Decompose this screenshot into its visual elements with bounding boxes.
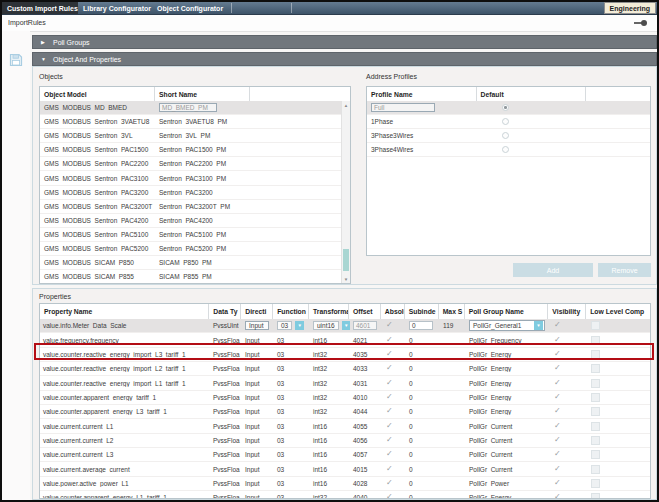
property-row[interactable]: value.counter.apparent_energy_L1_tariff_… — [40, 491, 650, 498]
visibility-checkbox[interactable] — [553, 436, 562, 445]
absolute-checkbox[interactable] — [385, 479, 394, 488]
default-radio[interactable] — [502, 146, 509, 153]
low-level-checkbox[interactable] — [591, 465, 600, 474]
scrollbar-thumb[interactable] — [343, 249, 349, 271]
subindex-cell[interactable]: 0 — [406, 423, 440, 430]
property-row[interactable]: value.current.current_L3 PvssFloa Input … — [40, 448, 650, 462]
visibility-checkbox[interactable] — [553, 422, 562, 431]
poll-group-cell[interactable]: PollGr_Energy▼ — [466, 494, 550, 498]
absolute-checkbox[interactable] — [385, 379, 394, 388]
function-cell[interactable]: 03▼ — [274, 337, 310, 344]
profile-row[interactable]: Full — [367, 101, 650, 115]
absolute-checkbox[interactable] — [385, 493, 394, 498]
absolute-checkbox[interactable] — [385, 350, 394, 359]
direction-cell[interactable]: Input — [242, 437, 274, 444]
property-row[interactable]: value.info.Meter_Data_Scale PvssUint Inp… — [40, 319, 650, 333]
poll-group-cell[interactable]: PollGr_Current▼ — [466, 466, 550, 473]
poll-group-cell[interactable]: PollGr_Energy▼ — [466, 365, 550, 372]
low-level-checkbox[interactable] — [591, 450, 600, 459]
offset-cell[interactable]: 4601 — [350, 321, 382, 330]
offset-cell[interactable]: 4035 — [350, 351, 382, 358]
direction-cell[interactable]: Input — [242, 408, 274, 415]
function-cell[interactable]: 03▼ — [274, 408, 310, 415]
subindex-cell[interactable]: 0 — [406, 451, 440, 458]
function-cell[interactable]: 03▼ — [274, 394, 310, 401]
offset-cell[interactable]: 4033 — [350, 365, 382, 372]
transformation-cell[interactable]: int32▼ — [310, 494, 350, 498]
property-row[interactable]: value.current.current_L2 PvssFloa Input … — [40, 434, 650, 448]
transformation-cell[interactable]: int32▼ — [310, 351, 350, 358]
low-level-checkbox[interactable] — [591, 364, 600, 373]
function-cell[interactable]: 03▼ — [274, 380, 310, 387]
absolute-checkbox[interactable] — [385, 336, 394, 345]
offset-cell[interactable]: 4055 — [350, 423, 382, 430]
object-row[interactable]: GMS_MODBUS_Sentron_PAC3200T Sentron_PAC3… — [40, 200, 342, 214]
subindex-cell[interactable]: 0 — [406, 380, 440, 387]
absolute-checkbox[interactable] — [385, 364, 394, 373]
low-level-checkbox[interactable] — [591, 336, 600, 345]
visibility-checkbox[interactable] — [553, 479, 562, 488]
offset-cell[interactable]: 4031 — [350, 380, 382, 387]
visibility-checkbox[interactable] — [553, 465, 562, 474]
low-level-checkbox[interactable] — [591, 393, 600, 402]
function-cell[interactable]: 03▼ — [274, 365, 310, 372]
transformation-cell[interactable]: int16▼ — [310, 437, 350, 444]
visibility-checkbox[interactable] — [553, 450, 562, 459]
default-radio[interactable] — [502, 104, 509, 111]
poll-group-cell[interactable]: PollGr_Current▼ — [466, 451, 550, 458]
dropdown-arrow-icon[interactable]: ▼ — [534, 321, 543, 330]
direction-cell[interactable]: Input — [242, 466, 274, 473]
visibility-checkbox[interactable] — [553, 350, 562, 359]
direction-cell[interactable]: Input — [242, 365, 274, 372]
low-level-checkbox[interactable] — [591, 407, 600, 416]
function-cell[interactable]: 03▼ — [274, 480, 310, 487]
direction-cell[interactable]: Input — [242, 494, 274, 498]
poll-group-cell[interactable]: PollGr_General1▼ — [466, 320, 550, 331]
absolute-checkbox[interactable] — [385, 465, 394, 474]
property-row[interactable]: value.frequency.frequency PvssFloa Input… — [40, 333, 650, 347]
poll-group-cell[interactable]: PollGr_Energy▼ — [466, 394, 550, 401]
function-cell[interactable]: 03▼ — [274, 451, 310, 458]
poll-group-cell[interactable]: PollGr_Current▼ — [466, 423, 550, 430]
transformation-cell[interactable]: int32▼ — [310, 408, 350, 415]
poll-group-cell[interactable]: PollGr_Current▼ — [466, 437, 550, 444]
direction-cell[interactable]: Input — [242, 451, 274, 458]
absolute-checkbox[interactable] — [385, 436, 394, 445]
poll-group-cell[interactable]: PollGr_Energy▼ — [466, 380, 550, 387]
low-level-checkbox[interactable] — [591, 422, 600, 431]
poll-group-cell[interactable]: PollGr_Frequency▼ — [466, 337, 550, 344]
subindex-cell[interactable]: 0 — [406, 466, 440, 473]
low-level-checkbox[interactable] — [591, 436, 600, 445]
property-row[interactable]: value.power.active_power_L1 PvssFloa Inp… — [40, 477, 650, 491]
function-cell[interactable]: 03▼ — [274, 494, 310, 498]
function-cell[interactable]: 03▼ — [274, 437, 310, 444]
object-row[interactable]: GMS_MODBUS_Sentron_PAC3200 Sentron_PAC32… — [40, 186, 342, 200]
profile-row[interactable]: 1Phase — [367, 115, 650, 129]
property-row[interactable]: value.current.average_current PvssFloa I… — [40, 462, 650, 476]
scroll-down-icon[interactable]: ▼ — [342, 275, 350, 283]
function-cell[interactable]: 03▼ — [274, 466, 310, 473]
absolute-checkbox[interactable] — [385, 407, 394, 416]
direction-cell[interactable]: Input — [242, 351, 274, 358]
subindex-cell[interactable]: 0 — [406, 480, 440, 487]
low-level-checkbox[interactable] — [591, 350, 600, 359]
default-radio[interactable] — [502, 132, 509, 139]
direction-cell[interactable]: Input — [242, 321, 274, 330]
objects-scrollbar[interactable]: ▲ ▼ — [341, 101, 350, 283]
visibility-checkbox[interactable] — [553, 364, 562, 373]
transformation-cell[interactable]: int32▼ — [310, 394, 350, 401]
absolute-checkbox[interactable] — [385, 393, 394, 402]
transformation-cell[interactable]: int16▼ — [310, 423, 350, 430]
profile-row[interactable]: 3Phase4Wires — [367, 143, 650, 157]
direction-cell[interactable]: Input — [242, 480, 274, 487]
object-row[interactable]: GMS_MODBUS_Sentron_PAC2200 Sentron_PAC22… — [40, 157, 342, 171]
section-poll-groups[interactable]: ▶ Poll Groups — [32, 35, 657, 49]
property-row[interactable]: value.counter.apparent_energy_L3_tariff_… — [40, 405, 650, 419]
section-object-and-properties[interactable]: ▼ Object And Properties — [32, 52, 657, 66]
offset-cell[interactable]: 4015 — [350, 466, 382, 473]
visibility-checkbox[interactable] — [553, 379, 562, 388]
subindex-cell[interactable]: 0 — [406, 365, 440, 372]
remove-button[interactable]: Remove — [598, 263, 651, 277]
low-level-checkbox[interactable] — [591, 493, 600, 498]
transformation-cell[interactable]: int32▼ — [310, 380, 350, 387]
